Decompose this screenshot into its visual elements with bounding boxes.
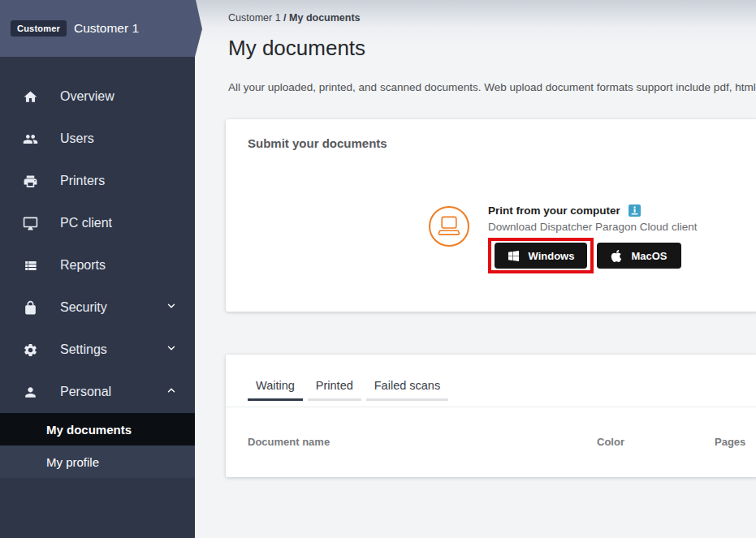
macos-download-button[interactable]: MacOS	[597, 243, 681, 269]
chevron-down-icon	[166, 342, 177, 357]
person-icon	[23, 384, 39, 400]
tab-printed[interactable]: Printed	[308, 374, 361, 401]
submit-card-title: Submit your documents	[248, 136, 387, 150]
print-heading: Print from your computer	[488, 204, 620, 217]
chevron-down-icon	[166, 300, 177, 315]
home-icon	[23, 88, 39, 105]
breadcrumb-parent[interactable]: Customer 1	[228, 12, 281, 24]
sidebar-header: Customer Customer 1	[0, 0, 202, 57]
customer-name: Customer 1	[74, 21, 139, 36]
customer-badge: Customer	[11, 20, 67, 37]
column-color: Color	[597, 436, 624, 448]
users-icon	[23, 131, 39, 147]
page-title: My documents	[228, 36, 365, 61]
breadcrumb-separator: /	[283, 12, 286, 24]
chevron-up-icon	[166, 385, 177, 399]
download-buttons-row: Windows MacOS	[488, 238, 697, 273]
page-description: All your uploaded, printed, and scanned …	[228, 81, 756, 93]
documents-table-header: Document name Color Pages	[226, 436, 756, 452]
windows-logo-icon	[508, 250, 520, 262]
windows-button-label: Windows	[529, 250, 575, 262]
info-icon[interactable]	[629, 204, 641, 217]
tab-failed-scans[interactable]: Failed scans	[366, 374, 448, 401]
breadcrumb: Customer 1 / My documents	[228, 12, 361, 24]
personal-submenu: My documents My profile	[0, 413, 195, 478]
print-from-computer-section: Print from your computer Download Dispat…	[429, 204, 697, 273]
tab-waiting[interactable]: Waiting	[248, 374, 303, 401]
sidebar-item-printers[interactable]: Printers	[0, 160, 195, 202]
column-pages: Pages	[715, 436, 745, 448]
submit-documents-card: Submit your documents Print from your co…	[226, 119, 756, 312]
documents-tabs: Waiting Printed Failed scans	[248, 374, 448, 401]
column-document-name: Document name	[248, 436, 330, 448]
monitor-icon	[23, 215, 39, 231]
sidebar-item-personal[interactable]: Personal	[0, 371, 195, 413]
print-subtext: Download Dispatcher Paragon Cloud client	[488, 221, 697, 233]
sidebar-nav: Overview Users Printers PC client	[0, 75, 195, 413]
sidebar-item-settings[interactable]: Settings	[0, 329, 195, 371]
tabs-divider	[226, 407, 756, 407]
gear-icon	[23, 342, 39, 358]
laptop-icon	[429, 206, 469, 247]
main-content: Customer 1 / My documents My documents A…	[195, 0, 756, 538]
sidebar-item-overview[interactable]: Overview	[0, 75, 195, 118]
sidebar: Customer Customer 1 Overview Users	[0, 0, 195, 538]
windows-download-button[interactable]: Windows	[495, 243, 587, 269]
sidebar-item-security[interactable]: Security	[0, 286, 195, 329]
reports-icon	[23, 257, 39, 273]
app-root: Customer 1 / My documents My documents A…	[0, 0, 756, 538]
breadcrumb-current: My documents	[289, 12, 361, 24]
sidebar-subitem-my-documents[interactable]: My documents	[0, 413, 195, 445]
sidebar-item-pc-client[interactable]: PC client	[0, 202, 195, 244]
sidebar-item-users[interactable]: Users	[0, 118, 195, 160]
documents-list-card: Waiting Printed Failed scans Document na…	[226, 355, 756, 477]
printer-icon	[23, 173, 39, 189]
apple-logo-icon	[611, 249, 622, 263]
sidebar-subitem-my-profile[interactable]: My profile	[0, 445, 195, 478]
print-texts: Print from your computer Download Dispat…	[488, 204, 697, 273]
red-annotation-box: Windows	[488, 238, 594, 273]
sidebar-item-reports[interactable]: Reports	[0, 244, 195, 286]
lock-icon	[23, 299, 39, 316]
macos-button-label: MacOS	[631, 250, 667, 262]
